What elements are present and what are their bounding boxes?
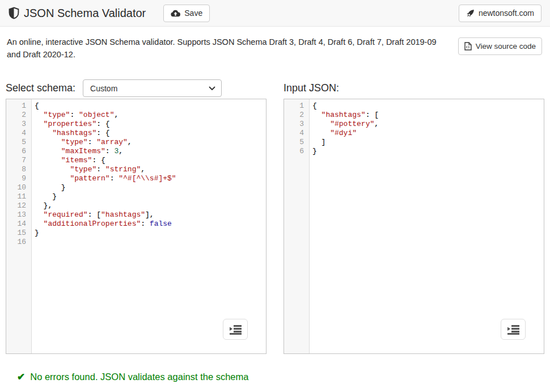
indent-icon xyxy=(507,324,519,335)
format-json-button[interactable] xyxy=(501,319,526,340)
schema-column: Select schema: Custom 123456789101112131… xyxy=(6,78,266,354)
brand: JSON Schema Validator xyxy=(9,7,146,20)
cloud-upload-icon xyxy=(171,10,180,17)
newtonsoft-link-label: newtonsoft.com xyxy=(479,9,534,18)
schema-select[interactable]: Custom xyxy=(83,79,222,97)
select-schema-label: Select schema: xyxy=(6,82,75,94)
schema-line-numbers: 12345678910111213141516 xyxy=(6,99,32,353)
chevron-down-icon xyxy=(209,86,215,91)
input-json-label: Input JSON: xyxy=(284,82,339,94)
indent-icon xyxy=(230,324,242,335)
app-description: An online, interactive JSON Schema valid… xyxy=(7,36,450,61)
source-file-icon xyxy=(464,42,472,50)
save-button[interactable]: Save xyxy=(163,5,210,22)
json-line-numbers: 123456 xyxy=(284,99,310,353)
check-icon: ✔ xyxy=(17,371,25,383)
view-source-label: View source code xyxy=(476,42,536,50)
header-navbar: JSON Schema Validator Save newtonsoft.co… xyxy=(0,0,550,27)
main-columns: Select schema: Custom 123456789101112131… xyxy=(0,78,550,354)
view-source-button[interactable]: View source code xyxy=(458,37,542,55)
json-editor: 123456 { "hashtags": [ "#pottery", "#dyi… xyxy=(284,99,544,354)
schema-editor: 12345678910111213141516 { "type": "objec… xyxy=(6,99,266,354)
schema-code-area[interactable]: { "type": "object", "properties": { "has… xyxy=(32,99,266,353)
format-schema-button[interactable] xyxy=(223,319,248,340)
newtonsoft-link-button[interactable]: newtonsoft.com xyxy=(459,5,541,22)
shield-icon xyxy=(9,7,19,19)
json-column: Input JSON: 123456 { "hashtags": [ "#pot… xyxy=(284,78,544,354)
rocket-icon xyxy=(466,9,475,18)
status-message: No errors found. JSON validates against … xyxy=(30,372,248,382)
schema-select-value: Custom xyxy=(90,84,209,93)
intro-row: An online, interactive JSON Schema valid… xyxy=(0,27,550,61)
app-title: JSON Schema Validator xyxy=(24,7,146,20)
validation-status: ✔ No errors found. JSON validates agains… xyxy=(17,371,550,383)
json-code-area[interactable]: { "hashtags": [ "#pottery", "#dyi" ]} xyxy=(310,99,544,353)
save-button-label: Save xyxy=(184,9,202,18)
